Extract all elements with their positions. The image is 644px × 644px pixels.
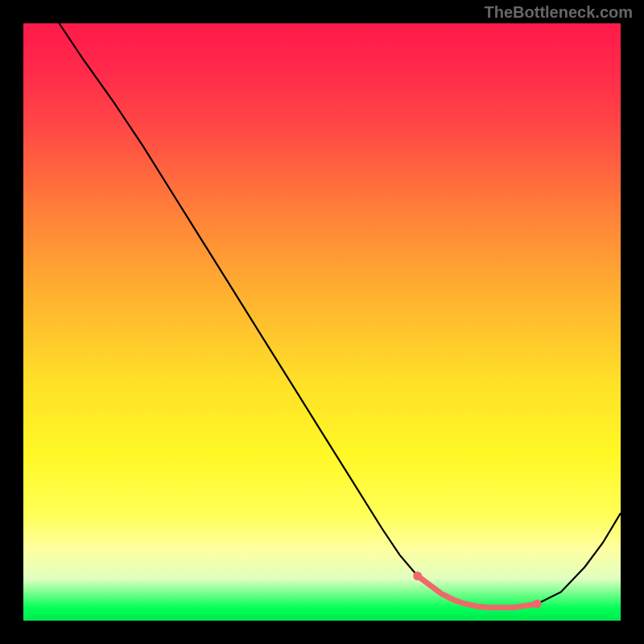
watermark-text: TheBottleneck.com bbox=[485, 3, 633, 22]
svg-point-1 bbox=[533, 600, 542, 609]
curve-highlight bbox=[413, 572, 541, 609]
chart-svg bbox=[23, 23, 621, 621]
chart-plot-area bbox=[23, 23, 621, 621]
svg-point-0 bbox=[413, 572, 422, 580]
curve-line bbox=[60, 23, 621, 608]
